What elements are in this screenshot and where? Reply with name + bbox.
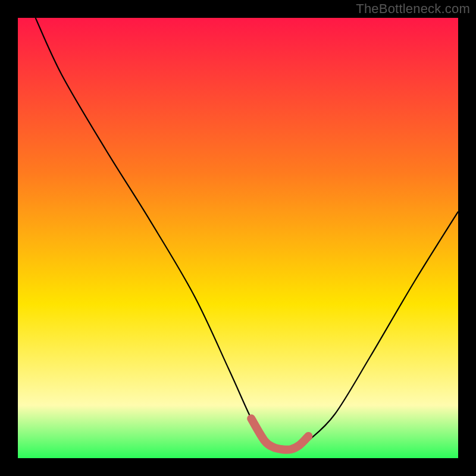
plot-frame (18, 18, 458, 458)
watermark-text: TheBottleneck.com (356, 1, 470, 17)
optimal-region-marker (18, 18, 458, 458)
